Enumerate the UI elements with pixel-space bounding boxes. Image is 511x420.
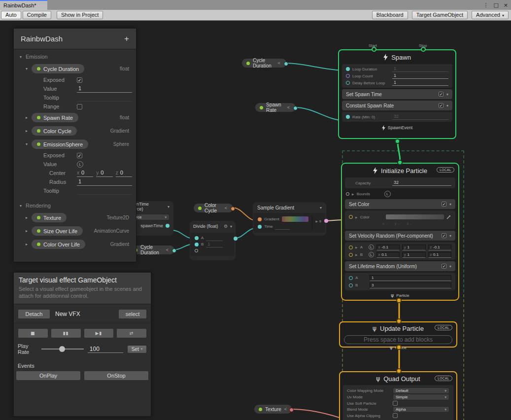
update-output-flow-port[interactable] [396, 345, 402, 350]
chevron-down-icon[interactable]: ▾ [449, 202, 451, 207]
block-enabled-checkbox[interactable]: ✓ [439, 103, 443, 108]
initialize-node-header[interactable]: Initialize Particle LOCAL [342, 164, 458, 177]
radius-field[interactable]: 1 [77, 178, 132, 186]
rate-port[interactable] [346, 115, 350, 119]
step-button[interactable]: ▶▮ [84, 328, 114, 338]
center-y-field[interactable]: y0 [96, 170, 112, 177]
set-color-block[interactable]: Set Color ✓▾ [345, 199, 455, 209]
add-blocks-placeholder[interactable]: Press space to add blocks [344, 335, 452, 344]
center-x-field[interactable]: x0 [77, 170, 93, 177]
collapse-icon[interactable]: < [287, 105, 290, 110]
lifetime-b-port[interactable] [349, 283, 353, 287]
chevron-down-icon[interactable]: ▾ [20, 204, 22, 208]
show-in-project-button[interactable]: Show in Project [57, 11, 103, 19]
expander-icon[interactable]: ▶ [355, 215, 358, 219]
pause-button[interactable]: ▮▮ [51, 328, 81, 338]
color-mapping-mode-dropdown[interactable]: Default▾ [393, 387, 449, 394]
time-input-port[interactable] [258, 225, 262, 229]
color-swatch[interactable] [386, 214, 444, 219]
play-rate-field[interactable]: 100 [88, 346, 123, 353]
use-alpha-clipping-checkbox[interactable] [393, 413, 398, 418]
chevron-down-icon[interactable]: ▾ [446, 104, 448, 108]
param-pill-color-cycle[interactable]: Color Cycle < [193, 203, 234, 213]
exposed-checkbox[interactable]: ✓ [77, 77, 82, 83]
velocity-a-port[interactable] [349, 245, 353, 249]
set-velocity-random-block[interactable]: Set Velocity Random (Per-component) ✓▾ [345, 231, 455, 241]
maximize-icon[interactable]: □ [493, 2, 498, 8]
use-soft-particle-checkbox[interactable] [393, 401, 398, 406]
delay-before-loop-port[interactable] [346, 81, 350, 85]
initialize-output-flow-port[interactable] [396, 298, 402, 303]
loop-duration-port[interactable] [346, 67, 350, 71]
initialize-input-flow-port[interactable] [397, 160, 403, 165]
restart-button[interactable]: ⇄ [116, 328, 147, 338]
stop-flow-port[interactable] [421, 47, 426, 52]
menu-icon[interactable]: ⋮ [483, 2, 488, 8]
tooltip-field[interactable] [77, 187, 132, 195]
expander-icon[interactable]: ▶ [355, 245, 358, 249]
divide-b-port[interactable] [195, 243, 199, 246]
param-pill-spawn-rate[interactable]: Spawn Rate < [255, 103, 296, 112]
set-rate-dropdown-button[interactable]: Set▾ [127, 345, 147, 353]
detach-button[interactable]: Detach [18, 309, 50, 319]
block-enabled-checkbox[interactable]: ✓ [442, 202, 446, 207]
gradient-preview[interactable] [282, 216, 308, 222]
param-cycle-duration[interactable]: ▾ Cycle Duration float [14, 62, 136, 75]
chevron-down-icon[interactable]: ▾ [26, 67, 28, 71]
uv-mode-dropdown[interactable]: Simple▾ [393, 394, 449, 400]
spawn-output-flow-port[interactable] [395, 139, 400, 144]
param-pill-cycle-duration-1[interactable]: Cycle Duration < [241, 58, 287, 68]
blackboard-toggle-button[interactable]: Blackboard [372, 11, 408, 19]
loop-count-field[interactable]: 1 [392, 73, 448, 79]
lifetime-b-field[interactable]: 3 [370, 282, 451, 288]
block-enabled-checkbox[interactable]: ✓ [442, 264, 446, 269]
constant-spawn-rate-block[interactable]: Constant Spawn Rate ✓▾ [342, 101, 452, 110]
onplay-button[interactable]: OnPlay [16, 371, 81, 381]
chevron-down-icon[interactable]: ▾ [449, 234, 451, 238]
capacity-field[interactable]: 32 [392, 180, 451, 186]
divide-a-field[interactable] [206, 235, 223, 241]
update-node[interactable]: ψ Update Particle LOCAL Press space to a… [339, 321, 457, 348]
delay-before-loop-field[interactable]: 1 [392, 80, 448, 86]
chevron-right-icon[interactable]: ▸ [26, 115, 28, 120]
spawntime-output-port[interactable] [166, 224, 170, 228]
color-port[interactable] [349, 215, 353, 219]
space-toggle[interactable]: L [369, 252, 374, 257]
exposed-checkbox[interactable]: ✓ [77, 153, 82, 158]
spawn-node-header[interactable]: Spawn [339, 50, 455, 64]
slider-handle[interactable] [59, 346, 65, 352]
tooltip-field[interactable] [77, 94, 132, 102]
gradient-input-port[interactable] [258, 217, 262, 221]
space-toggle[interactable]: L [77, 161, 83, 168]
chevron-down-icon[interactable]: ▾ [230, 224, 232, 229]
tab-rainbwdash[interactable]: RainbwDash* [0, 0, 47, 10]
lifetime-a-port[interactable] [349, 276, 353, 280]
sample-output-port[interactable] [324, 219, 328, 223]
auto-button[interactable]: Auto [1, 11, 21, 19]
blend-mode-dropdown[interactable]: Alpha▾ [393, 406, 449, 413]
expander-icon[interactable]: ▶ [315, 219, 318, 223]
divide-add-port[interactable] [195, 249, 198, 252]
sample-gradient-header[interactable]: Sample Gradient ▾ [253, 202, 326, 213]
chevron-down-icon[interactable]: ▾ [26, 142, 28, 146]
section-emission[interactable]: ▾ Emission [14, 51, 136, 62]
param-pill-texture[interactable]: Texture < [254, 404, 292, 414]
onstop-button[interactable]: OnStop [84, 371, 149, 381]
divide-node[interactable]: Divide (float) ⚙ ▾ A B 1 [190, 221, 236, 260]
gear-icon[interactable]: ⚙ [224, 224, 228, 229]
bounds-port[interactable] [346, 192, 349, 196]
add-parameter-button[interactable]: + [124, 34, 129, 44]
quad-input-flow-port[interactable] [396, 368, 402, 374]
start-flow-port[interactable] [372, 47, 376, 52]
collapse-icon[interactable]: < [225, 206, 227, 210]
block-enabled-checkbox[interactable]: ✓ [442, 233, 446, 238]
pill-output-port[interactable] [289, 408, 294, 412]
value-field[interactable]: 1 [77, 85, 132, 93]
collapse-icon[interactable]: < [166, 247, 169, 252]
pill-output-port[interactable] [293, 106, 298, 110]
set-spawn-time-block[interactable]: Set Spawn Time ✓▾ [342, 89, 452, 99]
collapse-icon[interactable]: < [278, 61, 280, 66]
chevron-right-icon[interactable]: ▸ [26, 215, 28, 220]
select-button[interactable]: select [118, 309, 147, 319]
lifetime-a-field[interactable]: 1 [370, 275, 451, 281]
